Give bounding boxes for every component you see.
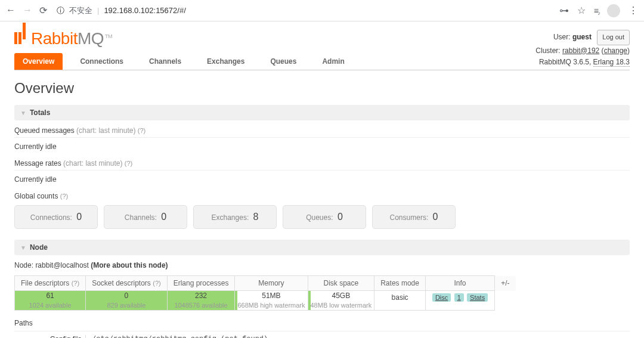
col-info: Info — [425, 276, 494, 291]
back-icon[interactable]: ← — [6, 5, 16, 16]
playlist-icon[interactable]: ≡♪ — [594, 6, 599, 15]
ep-cell: 2321048576 available — [167, 291, 235, 311]
count-exchanges[interactable]: Exchanges: 8 — [193, 205, 277, 229]
badge-stats[interactable]: Stats — [467, 293, 488, 302]
tab-admin[interactable]: Admin — [314, 53, 352, 70]
logo-tm: TM — [105, 33, 112, 39]
kebab-menu-icon[interactable]: ⋮ — [628, 5, 638, 16]
user-label: User: — [553, 33, 571, 41]
avatar[interactable] — [607, 4, 620, 17]
node-line: Node: rabbit@localhost (More about this … — [14, 261, 630, 269]
logo-mq: MQ — [78, 29, 104, 48]
address-bar[interactable]: ⓘ 不安全 | 192.168.0.102:15672/#/ — [52, 5, 555, 16]
info-cell: Disc 1 Stats — [425, 291, 494, 311]
mem-cell: 51MB668MB high watermark — [235, 291, 308, 311]
node-table: File descriptors (?) Socket descriptors … — [14, 275, 516, 311]
section-node-label: Node — [30, 243, 48, 252]
count-consumers[interactable]: Consumers: 0 — [372, 205, 456, 229]
toggle-columns[interactable]: +/- — [495, 276, 516, 291]
col-disk: Disk space — [308, 276, 374, 291]
help-icon[interactable]: (?) — [60, 193, 68, 200]
insecure-label: 不安全 — [69, 5, 92, 16]
forward-icon[interactable]: → — [23, 5, 32, 16]
message-rates-header: Message rates (chart: last minute) (?) — [14, 159, 630, 170]
config-file-value: /etc/rabbitmq/rabbitmq.config (not found… — [92, 335, 268, 338]
chevron-down-icon: ▼ — [20, 110, 26, 116]
bookmark-icon[interactable]: ☆ — [577, 5, 586, 16]
user-name: guest — [572, 33, 592, 41]
help-icon[interactable]: (?) — [125, 160, 132, 167]
badge-one[interactable]: 1 — [454, 293, 464, 302]
cluster-label: Cluster: — [535, 46, 560, 55]
tab-connections[interactable]: Connections — [72, 53, 132, 70]
info-icon[interactable]: ⓘ — [57, 5, 64, 16]
node-name: rabbit@localhost — [35, 261, 89, 269]
tab-channels[interactable]: Channels — [141, 53, 190, 70]
fd-cell: 611024 available — [15, 291, 86, 311]
url-text: 192.168.0.102:15672/#/ — [104, 6, 185, 15]
col-mem: Memory — [235, 276, 308, 291]
browser-right: ⊶ ☆ ≡♪ ⋮ — [559, 4, 638, 17]
nav-icons: ← → ⟳ — [6, 5, 47, 16]
help-icon[interactable]: (?) — [138, 127, 145, 134]
tab-exchanges[interactable]: Exchanges — [199, 53, 253, 70]
reload-icon[interactable]: ⟳ — [39, 5, 47, 16]
section-totals-header[interactable]: ▼ Totals — [14, 105, 630, 120]
version-prefix: RabbitMQ 3.6.5, — [539, 58, 591, 66]
rates-idle: Currently idle — [14, 175, 630, 184]
col-sd: Socket descriptors (?) — [86, 276, 168, 291]
key-icon[interactable]: ⊶ — [559, 5, 569, 16]
more-about-node-link[interactable]: (More about this node) — [91, 261, 168, 269]
count-queues[interactable]: Queues: 0 — [283, 205, 366, 229]
queued-idle: Currently idle — [14, 142, 630, 151]
rates-mode-cell: basic — [374, 291, 426, 311]
global-counts-header: Global counts (?) — [14, 192, 630, 200]
page-title: Overview — [14, 80, 630, 97]
header-info: User: guest Log out Cluster: rabbit@192 … — [535, 30, 630, 68]
logo-icon — [14, 27, 26, 44]
section-node-header[interactable]: ▼ Node — [14, 240, 630, 255]
col-rates: Rates mode — [374, 276, 426, 291]
tab-overview[interactable]: Overview — [14, 53, 63, 70]
logout-button[interactable]: Log out — [597, 30, 630, 45]
config-file-label: Config file — [14, 335, 86, 338]
config-row: Config file /etc/rabbitmq/rabbitmq.confi… — [14, 331, 630, 338]
change-cluster-link[interactable]: change — [604, 46, 627, 55]
badge-disc[interactable]: Disc — [432, 293, 451, 302]
cluster-name[interactable]: rabbit@192 — [562, 46, 599, 55]
count-connections[interactable]: Connections: 0 — [14, 205, 98, 229]
queued-messages-header: Queued messages (chart: last minute) (?) — [14, 126, 630, 138]
sd-cell: 0829 available — [86, 291, 168, 311]
col-ep: Erlang processes — [167, 276, 235, 291]
count-buttons: Connections: 0Channels: 0Exchanges: 8Que… — [14, 205, 630, 229]
disk-cell: 45GB48MB low watermark — [308, 291, 374, 311]
section-totals-label: Totals — [30, 108, 50, 117]
paths-label: Paths — [14, 319, 630, 327]
col-fd: File descriptors (?) — [15, 276, 86, 291]
tab-queues[interactable]: Queues — [262, 53, 305, 70]
erlang-version[interactable]: Erlang 18.3 — [593, 58, 630, 67]
count-channels[interactable]: Channels: 0 — [104, 205, 187, 229]
chevron-down-icon: ▼ — [20, 244, 26, 251]
browser-toolbar: ← → ⟳ ⓘ 不安全 | 192.168.0.102:15672/#/ ⊶ ☆… — [0, 0, 644, 21]
logo-rabbit: Rabbit — [31, 29, 78, 48]
